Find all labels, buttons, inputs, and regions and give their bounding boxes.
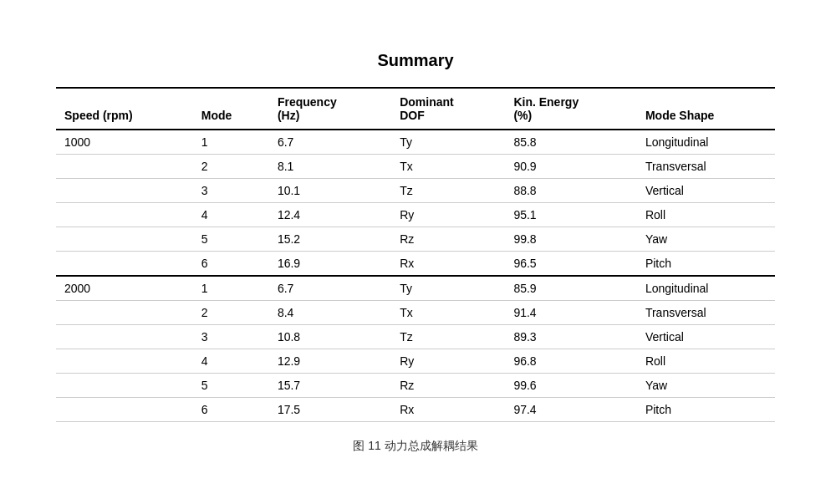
cell-speed [56,397,193,421]
cell-dominant_dof: Tz [391,324,505,349]
cell-mode_shape: Longitudinal [637,130,775,155]
main-container: Summary Speed (rpm)ModeFrequency(Hz)Domi… [56,51,775,454]
col-header-kin_energy: Kin. Energy(%) [505,88,637,130]
table-header-row: Speed (rpm)ModeFrequency(Hz)DominantDOFK… [56,88,775,130]
cell-mode_shape: Longitudinal [637,276,775,301]
cell-kin_energy: 96.5 [505,251,637,276]
table-row: 310.1Tz88.8Vertical [56,178,775,202]
cell-frequency: 16.9 [269,251,391,276]
cell-mode: 4 [193,202,269,227]
cell-kin_energy: 85.9 [505,276,637,301]
cell-kin_energy: 88.8 [505,178,637,202]
cell-kin_energy: 97.4 [505,397,637,421]
cell-kin_energy: 90.9 [505,154,637,178]
cell-mode_shape: Vertical [637,324,775,349]
cell-speed [56,349,193,373]
col-header-mode: Mode [193,88,269,130]
cell-dominant_dof: Rz [391,227,505,251]
cell-mode: 3 [193,324,269,349]
table-row: 616.9Rx96.5Pitch [56,251,775,276]
cell-mode: 1 [193,276,269,301]
table-row: 515.7Rz99.6Yaw [56,373,775,397]
cell-mode: 6 [193,397,269,421]
cell-frequency: 6.7 [269,276,391,301]
cell-mode: 5 [193,373,269,397]
cell-mode: 5 [193,227,269,251]
col-header-frequency: Frequency(Hz) [269,88,391,130]
cell-frequency: 12.4 [269,202,391,227]
cell-mode_shape: Yaw [637,373,775,397]
cell-speed: 2000 [56,276,193,301]
cell-speed [56,227,193,251]
page-title: Summary [56,51,775,70]
cell-mode_shape: Roll [637,349,775,373]
cell-dominant_dof: Tx [391,154,505,178]
cell-kin_energy: 99.6 [505,373,637,397]
table-row: 515.2Rz99.8Yaw [56,227,775,251]
cell-mode: 2 [193,300,269,324]
cell-frequency: 15.7 [269,373,391,397]
cell-speed [56,373,193,397]
cell-frequency: 10.1 [269,178,391,202]
table-row: 100016.7Ty85.8Longitudinal [56,130,775,155]
col-header-dominant_dof: DominantDOF [391,88,505,130]
col-header-speed: Speed (rpm) [56,88,193,130]
cell-frequency: 15.2 [269,227,391,251]
cell-dominant_dof: Rx [391,397,505,421]
cell-mode_shape: Roll [637,202,775,227]
cell-frequency: 10.8 [269,324,391,349]
cell-kin_energy: 96.8 [505,349,637,373]
cell-mode_shape: Pitch [637,397,775,421]
cell-frequency: 6.7 [269,130,391,155]
table-row: 28.4Tx91.4Transversal [56,300,775,324]
cell-speed: 1000 [56,130,193,155]
table-row: 310.8Tz89.3Vertical [56,324,775,349]
table-row: 28.1Tx90.9Transversal [56,154,775,178]
cell-mode: 2 [193,154,269,178]
cell-dominant_dof: Tx [391,300,505,324]
summary-table: Speed (rpm)ModeFrequency(Hz)DominantDOFK… [56,87,775,422]
cell-mode: 3 [193,178,269,202]
col-header-mode_shape: Mode Shape [637,88,775,130]
cell-kin_energy: 99.8 [505,227,637,251]
cell-frequency: 12.9 [269,349,391,373]
cell-frequency: 17.5 [269,397,391,421]
cell-frequency: 8.4 [269,300,391,324]
cell-dominant_dof: Ry [391,349,505,373]
cell-kin_energy: 85.8 [505,130,637,155]
cell-dominant_dof: Ry [391,202,505,227]
cell-mode: 4 [193,349,269,373]
cell-dominant_dof: Ty [391,276,505,301]
cell-dominant_dof: Rx [391,251,505,276]
cell-speed [56,251,193,276]
cell-mode: 1 [193,130,269,155]
cell-speed [56,300,193,324]
cell-speed [56,178,193,202]
cell-speed [56,154,193,178]
cell-dominant_dof: Tz [391,178,505,202]
figure-caption: 图 11 动力总成解耦结果 [56,439,775,454]
table-row: 412.4Ry95.1Roll [56,202,775,227]
table-row: 617.5Rx97.4Pitch [56,397,775,421]
cell-speed [56,202,193,227]
cell-mode: 6 [193,251,269,276]
cell-frequency: 8.1 [269,154,391,178]
cell-dominant_dof: Rz [391,373,505,397]
cell-mode_shape: Vertical [637,178,775,202]
cell-kin_energy: 95.1 [505,202,637,227]
cell-mode_shape: Transversal [637,300,775,324]
cell-mode_shape: Yaw [637,227,775,251]
cell-dominant_dof: Ty [391,130,505,155]
cell-kin_energy: 89.3 [505,324,637,349]
cell-kin_energy: 91.4 [505,300,637,324]
table-row: 200016.7Ty85.9Longitudinal [56,276,775,301]
cell-mode_shape: Transversal [637,154,775,178]
cell-speed [56,324,193,349]
cell-mode_shape: Pitch [637,251,775,276]
table-row: 412.9Ry96.8Roll [56,349,775,373]
